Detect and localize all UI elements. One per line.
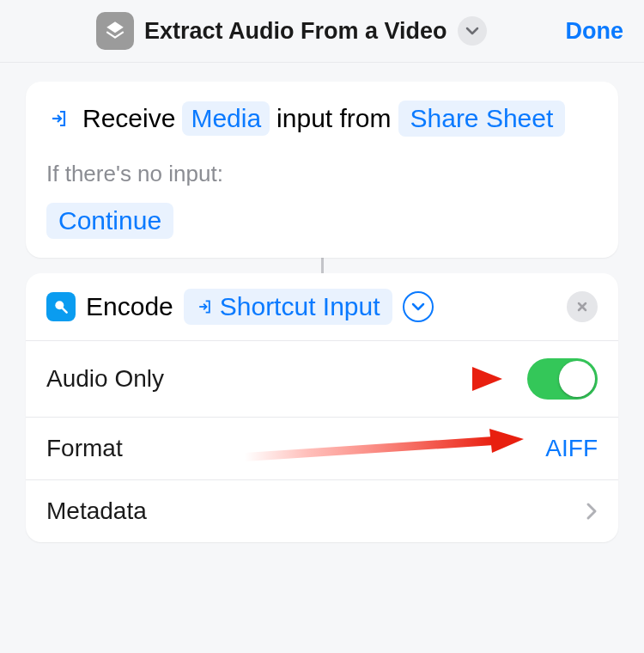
annotation-arrow — [266, 362, 507, 396]
audio-only-row: Audio Only — [26, 341, 618, 418]
no-input-label: If there's no input: — [46, 161, 598, 187]
annotation-arrow — [245, 429, 528, 468]
audio-only-label: Audio Only — [46, 365, 164, 393]
share-sheet-token[interactable]: Share Sheet — [398, 101, 566, 137]
close-icon — [576, 301, 588, 313]
chevron-down-icon — [411, 302, 425, 311]
receive-line: Receive Media input from Share Sheet — [46, 101, 598, 137]
input-icon — [196, 298, 213, 315]
done-button[interactable]: Done — [566, 18, 624, 45]
media-token[interactable]: Media — [182, 101, 270, 136]
remove-action-button[interactable] — [567, 291, 598, 322]
header-center: Extract Audio From a Video — [96, 12, 487, 50]
receive-text: Receive — [82, 104, 175, 133]
toggle-knob — [559, 361, 595, 397]
connector-line — [321, 258, 324, 273]
shortcut-input-label: Shortcut Input — [220, 292, 380, 321]
format-row[interactable]: Format AIFF — [26, 418, 618, 480]
continue-token[interactable]: Continue — [46, 203, 173, 239]
format-label: Format — [46, 435, 123, 462]
chevron-down-icon — [465, 27, 479, 35]
metadata-row[interactable]: Metadata — [26, 480, 618, 542]
quicktime-icon — [46, 292, 76, 321]
encode-header: Encode Shortcut Input — [26, 273, 618, 341]
expand-action-button[interactable] — [403, 291, 434, 322]
input-card: Receive Media input from Share Sheet If … — [26, 82, 618, 258]
encode-card: Encode Shortcut Input Audio Only — [26, 273, 618, 542]
metadata-label: Metadata — [46, 497, 147, 525]
shortcut-input-token[interactable]: Shortcut Input — [184, 289, 392, 325]
shortcuts-app-icon — [96, 12, 134, 50]
title-dropdown[interactable] — [458, 16, 487, 46]
encode-title: Encode — [86, 292, 173, 321]
shortcut-title[interactable]: Extract Audio From a Video — [144, 18, 447, 45]
audio-only-toggle[interactable] — [527, 358, 598, 400]
input-icon — [46, 107, 70, 131]
chevron-right-icon — [586, 502, 598, 521]
title-bar: Extract Audio From a Video Done — [0, 0, 644, 63]
input-from-text: input from — [276, 104, 391, 133]
format-value: AIFF — [545, 435, 598, 462]
